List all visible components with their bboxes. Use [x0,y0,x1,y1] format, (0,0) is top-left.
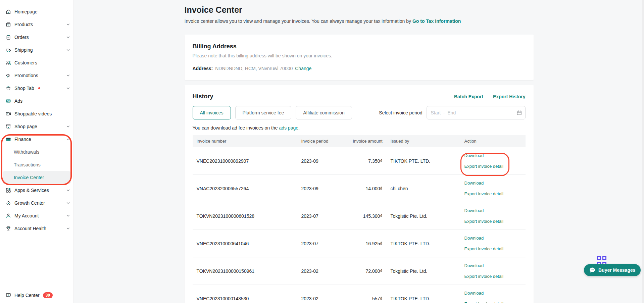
sidebar-item-apps-services[interactable]: Apps & Services [0,184,73,197]
export-invoice-detail-link[interactable]: Export invoice detail [464,191,526,197]
invoice-period: 2023-07 [297,241,342,246]
sidebar-item-ads[interactable]: AD Ads [0,95,73,107]
table-header-row: Invoice number Invoice period Invoice am… [193,135,526,147]
change-address-link[interactable]: Change [295,66,311,71]
sidebar-item-label: Invoice Center [14,175,44,180]
chevron-down-icon [66,226,70,231]
invoice-number: VNAC202320006557264 [193,186,297,191]
table-row: TOKVN2023100000150961 2023-02 72.000₫ To… [193,257,526,285]
export-invoice-detail-link[interactable]: Export invoice detail [464,301,526,303]
chevron-down-icon [66,86,70,90]
sidebar-item-withdrawals[interactable]: Withdrawals [0,146,73,158]
growth-medal-icon [6,200,11,206]
calendar-icon[interactable] [516,110,522,115]
storefront-icon [6,124,11,129]
svg-text:AD: AD [7,100,10,102]
sidebar-item-growth-center[interactable]: Growth Center [0,197,73,209]
tab-affiliate-commission[interactable]: Affiliate commission [296,106,352,119]
go-to-tax-information-link[interactable]: Go to Tax Information [412,18,461,24]
sidebar-item-finance[interactable]: Finance [0,133,73,146]
invoice-number: VNEC202310000143530 [193,296,297,301]
export-invoice-detail-link[interactable]: Export invoice detail [464,246,526,252]
sidebar-item-label: Shipping [14,47,33,53]
sidebar-item-label: Shop Tab [14,86,34,91]
sidebar-item-promotions[interactable]: Promotions [0,69,73,82]
divider [488,94,488,99]
sidebar-item-label: Orders [14,35,29,40]
sidebar-item-shop-tab[interactable]: Shop Tab [0,82,73,95]
invoice-amount: 16.925₫ [342,241,383,246]
customers-icon [6,60,11,65]
sidebar-item-my-account[interactable]: My Account [0,209,73,222]
invoice-amount: 7.350₫ [342,158,383,164]
page-scrollbar[interactable] [642,0,644,303]
col-invoice-period: Invoice period [297,139,342,144]
invoice-period-label: Select invoice period [379,110,422,115]
issued-by: Tokgistic Pte. Ltd. [383,213,464,219]
issued-by: TIKTOK PTE. LTD. [383,158,464,164]
chevron-down-icon [66,22,70,27]
col-action: Action [464,139,526,144]
page-title: Invoice Center [185,4,534,15]
buyer-messages-button[interactable]: Buyer Messages [584,264,641,276]
video-icon [6,111,11,116]
download-link[interactable]: Download [464,235,526,241]
tab-all-invoices[interactable]: All invoices [193,106,231,119]
table-row: VNEC202310000892907 2023-09 7.350₫ TIKTO… [193,147,526,175]
issued-by: Tokgistic Pte. Ltd. [383,268,464,274]
chat-bubble-icon [589,267,596,273]
sidebar-item-homepage[interactable]: Homepage [0,5,73,18]
table-row: VNEC202310000641046 2023-07 16.925₫ TIKT… [193,230,526,257]
ads-page-link[interactable]: ads page [279,125,298,131]
sidebar-item-label: Customers [14,60,37,65]
sidebar-item-label: Shoppable videos [14,111,52,116]
export-invoice-detail-link[interactable]: Export invoice detail [464,273,526,280]
help-center-button[interactable]: ? Help Center 30 [6,292,53,298]
megaphone-icon [6,73,11,78]
help-center-badge: 30 [43,292,53,298]
download-link[interactable]: Download [464,152,526,159]
sidebar-item-shop-page[interactable]: Shop page [0,120,73,133]
sidebar-item-customers[interactable]: Customers [0,56,73,69]
invoice-number: TOKVN2023100000150961 [193,268,297,274]
download-link[interactable]: Download [464,180,526,186]
table-row: VNEC202310000143530 2023-02 557₫ TIKTOK … [193,285,526,303]
sidebar-item-label: Account Health [14,226,46,231]
download-link[interactable]: Download [464,262,526,269]
invoice-period-input[interactable] [427,106,526,119]
sidebar-item-orders[interactable]: Orders [0,31,73,44]
download-link[interactable]: Download [464,290,526,296]
chevron-down-icon [66,73,70,78]
invoice-amount: 14.000₫ [342,186,383,191]
sidebar-item-label: Transactions [14,162,41,167]
table-row: TOKVN2023100000601528 2023-07 145.300₫ T… [193,202,526,230]
chevron-down-icon [66,201,70,205]
sidebar-item-shoppable-videos[interactable]: Shoppable videos [0,107,73,120]
issued-by: chi chen [383,186,464,191]
batch-export-link[interactable]: Batch Export [454,94,483,99]
tab-platform-service-fee[interactable]: Platform service fee [235,106,292,119]
help-center-label: Help Center [14,293,40,298]
col-issued-by: Issued by [383,139,464,144]
issued-by: TIKTOK PTE. LTD. [383,241,464,246]
sidebar-item-invoice-center[interactable]: Invoice Center [3,171,71,184]
export-invoice-detail-link[interactable]: Export invoice detail [464,218,526,224]
sidebar-item-label: Homepage [14,9,38,14]
billing-address-note: Please note that this billing address wi… [193,53,526,58]
sidebar-item-shipping[interactable]: Shipping [0,44,73,56]
orders-icon [6,35,11,40]
export-history-link[interactable]: Export History [493,94,525,99]
export-invoice-detail-link[interactable]: Export invoice detail [464,163,526,169]
chevron-down-icon [66,48,70,52]
products-icon [6,22,11,27]
chevron-down-icon [66,214,70,218]
sidebar-item-label: Shop page [14,124,37,129]
chevron-up-icon [66,137,70,141]
download-link[interactable]: Download [464,207,526,214]
sidebar-item-account-health[interactable]: Account Health [0,222,73,235]
sidebar-item-transactions[interactable]: Transactions [0,158,73,171]
sidebar-item-products[interactable]: Products [0,18,73,31]
ads-icon: AD [6,98,11,104]
invoice-amount: 145.300₫ [342,213,383,219]
shopping-bag-icon [6,86,11,91]
